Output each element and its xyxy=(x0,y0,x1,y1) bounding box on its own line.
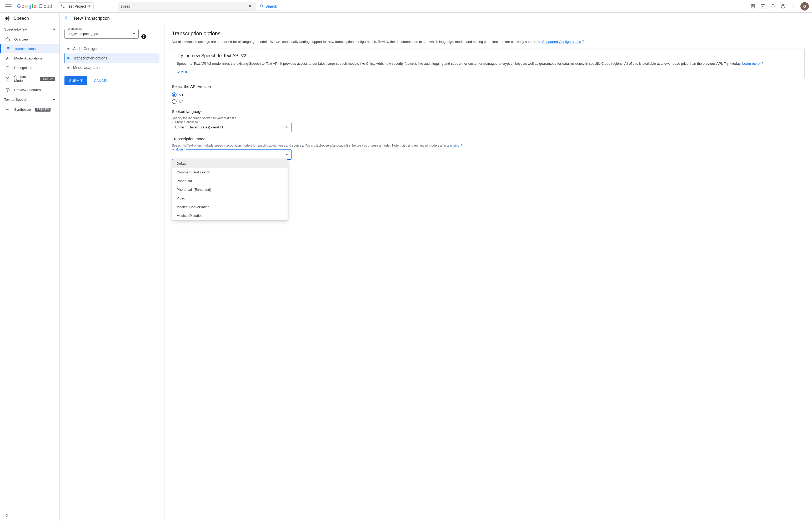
external-link-icon xyxy=(581,40,584,43)
dropdown-item-video[interactable]: Video xyxy=(172,194,287,203)
search-button-label: Search xyxy=(265,4,277,8)
script-icon[interactable] xyxy=(750,4,756,9)
search-bar: ✕ Search xyxy=(118,2,281,11)
adaptations-icon xyxy=(5,56,10,61)
sidenav-header[interactable]: Speech xyxy=(0,13,60,24)
card-title: Try the new Speech-to-Text API V2! xyxy=(177,53,799,59)
sidenav-item-recognizers[interactable]: Recognizers xyxy=(0,63,60,72)
radio-icon xyxy=(172,99,177,104)
clear-icon[interactable]: ✕ xyxy=(247,3,253,9)
workspace-value: sst_workspace_ppd xyxy=(68,32,98,36)
sidenav-item-model-adaptations[interactable]: Model Adaptations xyxy=(0,53,60,63)
external-link-icon xyxy=(760,62,763,65)
chevron-up-icon xyxy=(52,98,55,101)
sidenav-item-synthesize[interactable]: Synthesize PREVIEW xyxy=(0,105,60,114)
svg-rect-22 xyxy=(7,57,8,58)
help-icon[interactable] xyxy=(781,4,786,9)
content-header: New Transcription xyxy=(60,13,812,24)
hamburger-icon[interactable] xyxy=(3,1,14,12)
spoken-language-select[interactable]: Spoken language * English (United States… xyxy=(172,122,292,132)
svg-line-1 xyxy=(262,7,263,8)
step-model-adaptation[interactable]: Model adaptation xyxy=(65,63,159,72)
page-title: New Transcription xyxy=(74,16,110,21)
section-title: Transcription options xyxy=(172,30,805,37)
project-icon xyxy=(61,4,65,8)
svg-rect-25 xyxy=(6,67,6,67)
svg-rect-26 xyxy=(7,67,8,67)
svg-rect-23 xyxy=(7,59,8,59)
svg-rect-27 xyxy=(8,67,9,67)
side-nav: Speech Speech-to-Text Overview Transcrip… xyxy=(0,13,60,521)
learn-more-link[interactable]: Learn more xyxy=(742,62,763,66)
preview-chip: PREVIEW xyxy=(35,108,50,112)
project-selector[interactable]: Test Project xyxy=(57,2,94,10)
sidenav-item-preview-features[interactable]: Preview Features xyxy=(0,85,60,94)
topbar-right: G xyxy=(750,2,809,10)
svg-rect-28 xyxy=(6,68,6,68)
step-dot-icon xyxy=(67,57,69,59)
select-value: English (United States) - en-US xyxy=(175,125,223,129)
search-button[interactable]: Search xyxy=(256,2,281,11)
chevron-down-icon xyxy=(177,70,180,73)
notifications-icon[interactable] xyxy=(770,4,776,9)
avatar[interactable]: G xyxy=(801,2,809,10)
submit-button[interactable]: SUBMIT xyxy=(65,76,87,85)
svg-point-6 xyxy=(793,6,794,6)
section-desc: Not all advanced settings are supported … xyxy=(172,39,805,44)
sidenav-item-overview[interactable]: Overview xyxy=(0,35,60,44)
spoken-language-title: Spoken language xyxy=(172,109,805,114)
supported-configs-link[interactable]: Supported Configurations xyxy=(542,40,584,44)
synthesize-icon xyxy=(5,107,10,112)
recognizers-icon xyxy=(5,65,10,70)
svg-rect-10 xyxy=(7,17,8,19)
step-dot-icon xyxy=(67,48,69,50)
svg-rect-12 xyxy=(9,17,9,19)
step-transcription-options[interactable]: Transcription options xyxy=(65,53,159,63)
step-audio-config[interactable]: Audio Configuration xyxy=(65,44,159,53)
transcription-model-helper: Speech-to-Text offers multiple speech re… xyxy=(172,144,805,148)
top-bar: Google Cloud Test Project ✕ Search G xyxy=(0,0,812,13)
model-select[interactable]: Model * Default Command and search Phone… xyxy=(172,150,292,160)
cancel-button[interactable]: CANCEL xyxy=(90,76,112,85)
more-icon[interactable] xyxy=(790,4,796,9)
dropdown-item-phone-call[interactable]: Phone call xyxy=(172,177,287,185)
dropdown-item-medical-dictation[interactable]: Medical Dictation xyxy=(172,211,287,220)
chevron-down-icon xyxy=(285,154,288,155)
help-icon[interactable]: ? xyxy=(141,34,146,39)
pricing-link[interactable]: pricing. xyxy=(450,144,464,148)
svg-rect-24 xyxy=(9,58,9,59)
search-icon xyxy=(260,4,264,8)
svg-rect-3 xyxy=(761,4,765,8)
chevron-down-icon xyxy=(133,33,135,35)
svg-rect-20 xyxy=(6,58,6,59)
chevron-down-icon xyxy=(285,127,288,128)
api-version-title: Select the API Version xyxy=(172,84,805,89)
chevron-up-icon xyxy=(52,28,55,31)
sidenav-section-stt[interactable]: Speech-to-Text xyxy=(0,24,60,35)
radio-v2[interactable]: V2 xyxy=(172,98,805,105)
back-arrow-icon[interactable] xyxy=(65,15,70,22)
chevron-down-icon xyxy=(88,5,91,7)
cloud-shell-icon[interactable] xyxy=(761,4,766,9)
step-dot-icon xyxy=(67,67,69,69)
dropdown-item-default[interactable]: Default xyxy=(172,159,287,168)
svg-point-7 xyxy=(793,7,794,8)
dropdown-item-command-search[interactable]: Command and search xyxy=(172,168,287,177)
google-cloud-logo[interactable]: Google Cloud xyxy=(17,3,52,9)
svg-rect-21 xyxy=(6,59,6,60)
search-input[interactable] xyxy=(121,2,247,10)
external-link-icon xyxy=(461,144,464,146)
sidenav-item-custom-models[interactable]: Custom Models PREVIEW xyxy=(0,72,60,85)
svg-rect-11 xyxy=(8,16,9,21)
more-button[interactable]: MORE xyxy=(177,70,799,74)
radio-v1[interactable]: V1 xyxy=(172,91,805,98)
sidenav-section-tts[interactable]: Text-to-Speech xyxy=(0,94,60,105)
dropdown-item-phone-call-enhanced[interactable]: Phone call (Enhanced) xyxy=(172,185,287,194)
dropdown-item-medical-conversation[interactable]: Medical Conversation xyxy=(172,203,287,211)
transcription-model-title: Transcription model xyxy=(172,137,805,141)
speech-brand-icon xyxy=(5,16,10,21)
sidenav-item-transcriptions[interactable]: Transcriptions xyxy=(0,44,60,53)
collapse-sidenav-button[interactable] xyxy=(5,513,9,518)
workspace-selector[interactable]: Workspace sst_workspace_ppd xyxy=(65,29,139,39)
svg-rect-30 xyxy=(8,68,9,68)
